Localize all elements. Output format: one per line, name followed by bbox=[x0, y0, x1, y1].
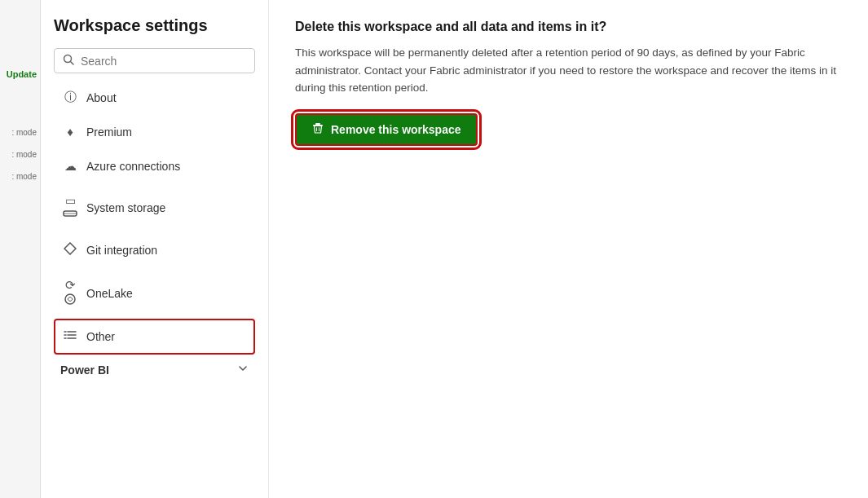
sidebar-item-azure-label: Azure connections bbox=[86, 160, 180, 173]
content-title: Delete this workspace and all data and i… bbox=[295, 20, 842, 34]
mode-label-1: : mode bbox=[11, 128, 37, 137]
sidebar-item-onelake-label: OneLake bbox=[86, 287, 133, 300]
search-input[interactable] bbox=[81, 55, 246, 68]
svg-line-1 bbox=[71, 62, 74, 65]
mode-label-3: : mode bbox=[11, 172, 37, 181]
sidebar-item-about[interactable]: About bbox=[54, 80, 255, 115]
nav-collapsible-powerbi[interactable]: Power BI bbox=[54, 355, 255, 385]
powerbi-label: Power BI bbox=[60, 364, 109, 377]
svg-point-4 bbox=[65, 294, 75, 304]
content-area: Delete this workspace and all data and i… bbox=[269, 0, 868, 498]
app-wrapper: Update : mode : mode : mode Workspace se… bbox=[0, 0, 868, 498]
storage-icon bbox=[62, 193, 78, 223]
sidebar-item-storage-label: System storage bbox=[86, 201, 165, 214]
sidebar-item-premium[interactable]: Premium bbox=[54, 115, 255, 149]
sidebar-item-onelake[interactable]: OneLake bbox=[54, 268, 255, 319]
list-icon bbox=[62, 328, 78, 345]
info-icon bbox=[62, 90, 78, 105]
sidebar-item-about-label: About bbox=[86, 91, 117, 104]
git-icon bbox=[62, 242, 78, 258]
sidebar-item-system-storage[interactable]: System storage bbox=[54, 183, 255, 232]
cloud-icon bbox=[62, 159, 78, 174]
mode-label-2: : mode bbox=[11, 150, 37, 159]
chevron-down-icon bbox=[237, 363, 249, 377]
left-column: Update : mode : mode : mode bbox=[0, 0, 41, 498]
onelake-icon bbox=[62, 278, 78, 309]
sidebar-item-git[interactable]: Git integration bbox=[54, 232, 255, 268]
diamond-icon bbox=[62, 125, 78, 139]
page-title: Workspace settings bbox=[54, 16, 255, 35]
sidebar-item-other[interactable]: Other bbox=[54, 319, 255, 355]
search-icon bbox=[63, 54, 74, 68]
search-box[interactable] bbox=[54, 48, 255, 73]
remove-button-label: Remove this workspace bbox=[331, 123, 461, 136]
sidebar-item-azure[interactable]: Azure connections bbox=[54, 149, 255, 183]
content-description: This workspace will be permanently delet… bbox=[295, 44, 842, 97]
sidebar-item-other-label: Other bbox=[86, 330, 115, 343]
sidebar-item-premium-label: Premium bbox=[86, 126, 132, 139]
remove-workspace-button[interactable]: Remove this workspace bbox=[295, 113, 478, 146]
update-label: Update bbox=[7, 69, 37, 79]
sidebar-item-git-label: Git integration bbox=[86, 244, 157, 257]
trash-icon bbox=[311, 121, 324, 138]
svg-rect-11 bbox=[315, 123, 320, 125]
nav-sidebar: Workspace settings About Premium Azure c… bbox=[41, 0, 269, 498]
